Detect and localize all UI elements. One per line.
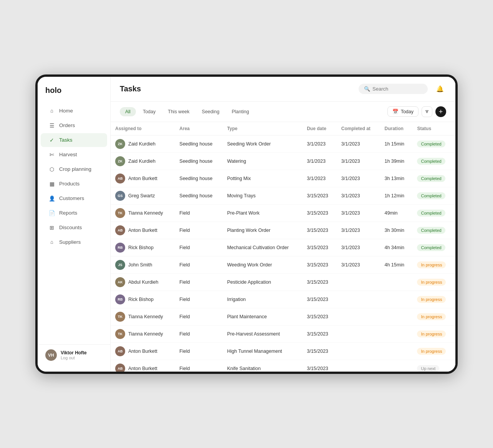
due-date-cell: 3/15/2023: [302, 256, 337, 273]
duration-cell: [380, 360, 412, 372]
avatar: ZK: [115, 139, 125, 149]
area-cell: Field: [175, 204, 222, 222]
completed-at-cell: [337, 325, 380, 342]
table-row[interactable]: AB Anton Burkett Field Planting Work Ord…: [111, 222, 455, 239]
sidebar-item-discounts[interactable]: ⊞ Discounts: [41, 221, 107, 235]
type-cell: Planting Work Order: [222, 222, 302, 239]
filter-button[interactable]: ⛛: [422, 106, 432, 117]
col-header-duration: Duration: [380, 122, 412, 136]
type-cell: Pre-Plant Work: [222, 204, 302, 222]
due-date-cell: 3/15/2023: [302, 239, 337, 256]
table-row[interactable]: TK Tianna Kennedy Field Pre-Harvest Asse…: [111, 325, 455, 342]
assigned-cell: ZK Zaid Kurdieh: [111, 152, 175, 170]
table-row[interactable]: AB Anton Burkett Seedling house Potting …: [111, 170, 455, 187]
avatar: RB: [115, 243, 125, 253]
assigned-cell: TK Tianna Kennedy: [111, 308, 175, 325]
assigned-cell: TK Tianna Kennedy: [111, 325, 175, 342]
suppliers-icon: ⌂: [48, 239, 55, 246]
filter-tab-all[interactable]: All: [120, 107, 136, 116]
assigned-cell: RB Rick Bishop: [111, 291, 175, 308]
table-row[interactable]: AB Anton Burkett Field High Tunnel Manag…: [111, 342, 455, 360]
status-cell: Completed: [412, 204, 455, 222]
table-row[interactable]: AB Anton Burkett Field Knife Sanitation …: [111, 360, 455, 372]
assigned-name: Anton Burkett: [128, 349, 157, 354]
completed-at-cell: [337, 342, 380, 360]
sidebar-item-harvest[interactable]: ✄ Harvest: [41, 148, 107, 162]
sidebar-item-suppliers[interactable]: ⌂ Suppliers: [41, 235, 107, 249]
sidebar-item-crop-planning[interactable]: ⬡ Crop planning: [41, 162, 107, 176]
col-header-completed-at: Completed at: [337, 122, 380, 136]
assigned-cell: TK Tianna Kennedy: [111, 204, 175, 222]
duration-cell: [380, 291, 412, 308]
notification-button[interactable]: 🔔: [434, 83, 446, 95]
assigned-cell: AB Anton Burkett: [111, 342, 175, 360]
sidebar-item-products[interactable]: ▦ Products: [41, 177, 107, 191]
assigned-name: John Smith: [128, 262, 152, 268]
filter-tab-this-week[interactable]: This week: [162, 107, 195, 116]
sidebar-item-home[interactable]: ⌂ Home: [41, 104, 107, 118]
assigned-cell: JS John Smith: [111, 256, 175, 273]
assigned-name: Tianna Kennedy: [128, 314, 163, 319]
add-button[interactable]: +: [435, 106, 446, 117]
table-row[interactable]: ZK Zaid Kurdieh Seedling house Seeding W…: [111, 135, 455, 152]
home-icon: ⌂: [48, 107, 55, 114]
assigned-cell: AB Anton Burkett: [111, 170, 175, 187]
status-cell: In progress: [412, 308, 455, 325]
sidebar-item-tasks[interactable]: ✓ Tasks: [41, 133, 107, 147]
status-badge: In progress: [417, 313, 446, 320]
sidebar-item-label: Reports: [59, 210, 77, 216]
main-content: Tasks 🔍 🔔 AllTodayThis weekSeedingPlanti…: [111, 77, 455, 372]
table-row[interactable]: RB Rick Bishop Field Irrigation 3/15/202…: [111, 291, 455, 308]
table-body: ZK Zaid Kurdieh Seedling house Seeding W…: [111, 135, 455, 372]
logout-button[interactable]: Log out: [61, 355, 87, 360]
due-date-cell: 3/15/2023: [302, 222, 337, 239]
topbar: Tasks 🔍 🔔: [111, 77, 455, 102]
sidebar: holo ⌂ Home ☰ Orders ✓ Tasks ✄ Harvest ⬡…: [38, 77, 111, 372]
table-row[interactable]: ZK Zaid Kurdieh Seedling house Watering …: [111, 152, 455, 170]
filter-bar: AllTodayThis weekSeedingPlanting 📅 Today…: [111, 102, 455, 122]
table-row[interactable]: TK Tianna Kennedy Field Plant Maintenanc…: [111, 308, 455, 325]
duration-cell: 1h 15min: [380, 135, 412, 152]
search-box[interactable]: 🔍: [359, 84, 428, 94]
area-cell: Field: [175, 342, 222, 360]
duration-cell: [380, 342, 412, 360]
completed-at-cell: 3/1/2023: [337, 222, 380, 239]
discounts-icon: ⊞: [48, 224, 55, 231]
status-badge: Completed: [417, 210, 445, 217]
type-cell: Potting Mix: [222, 170, 302, 187]
filter-tab-planting[interactable]: Planting: [226, 107, 254, 116]
status-cell: In progress: [412, 342, 455, 360]
sidebar-item-reports[interactable]: 📄 Reports: [41, 206, 107, 220]
type-cell: Moving Trays: [222, 187, 302, 204]
table-row[interactable]: GS Greg Swartz Seedling house Moving Tra…: [111, 187, 455, 204]
table-row[interactable]: AK Abdul Kurdieh Field Pesticide Applica…: [111, 273, 455, 291]
sidebar-item-label: Orders: [59, 122, 75, 128]
table-row[interactable]: RB Rick Bishop Field Mechanical Cultivat…: [111, 239, 455, 256]
table-row[interactable]: JS John Smith Field Weeding Work Order 3…: [111, 256, 455, 273]
assigned-cell: GS Greg Swartz: [111, 187, 175, 204]
due-date-cell: 3/1/2023: [302, 135, 337, 152]
filter-tab-today[interactable]: Today: [137, 107, 161, 116]
due-date-cell: 3/15/2023: [302, 342, 337, 360]
area-cell: Field: [175, 273, 222, 291]
assigned-name: Anton Burkett: [128, 228, 157, 233]
status-cell: Up next: [412, 360, 455, 372]
tasks-table: Assigned toAreaTypeDue dateCompleted atD…: [111, 122, 455, 372]
today-button[interactable]: 📅 Today: [387, 106, 419, 117]
search-input[interactable]: [372, 86, 422, 92]
sidebar-item-customers[interactable]: 👤 Customers: [41, 192, 107, 205]
orders-icon: ☰: [48, 122, 55, 129]
sidebar-item-label: Harvest: [59, 152, 77, 157]
sidebar-item-orders[interactable]: ☰ Orders: [41, 119, 107, 132]
crop-icon: ⬡: [48, 166, 55, 173]
status-badge: In progress: [417, 348, 446, 355]
table-row[interactable]: TK Tianna Kennedy Field Pre-Plant Work 3…: [111, 204, 455, 222]
status-cell: In progress: [412, 325, 455, 342]
user-name: Viktor Hofte: [61, 350, 87, 355]
avatar: AB: [115, 174, 125, 183]
area-cell: Field: [175, 291, 222, 308]
status-cell: Completed: [412, 135, 455, 152]
type-cell: Plant Maintenance: [222, 308, 302, 325]
due-date-cell: 3/15/2023: [302, 273, 337, 291]
filter-tab-seeding[interactable]: Seeding: [197, 107, 225, 116]
